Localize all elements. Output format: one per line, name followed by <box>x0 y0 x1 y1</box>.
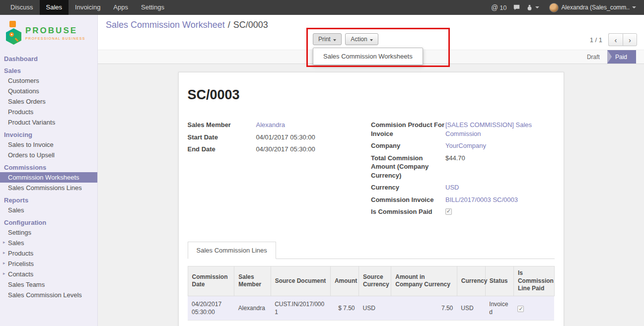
sidebar-item-label: Contacts <box>8 270 33 278</box>
currency-link[interactable]: USD <box>445 183 459 192</box>
messages-button[interactable] <box>510 0 523 15</box>
cell-source-document: CUST.IN/2017/0001 <box>271 296 330 320</box>
chevron-down-icon <box>535 6 539 8</box>
dropdown-item-sales-commission-worksheets[interactable]: Sales Commission Worksheets <box>313 50 423 63</box>
logo-cube-icon <box>9 21 16 27</box>
print-button-label: Print <box>318 36 331 43</box>
pager-count: 1 / 1 <box>590 36 602 44</box>
sidebar-heading-sales[interactable]: Sales <box>0 65 97 75</box>
sidebar-item-label: Products <box>8 250 33 257</box>
sidebar: PROBUSE PROFESSIONAL BUSINESS Dashboard … <box>0 15 98 326</box>
action-button[interactable]: Action <box>345 33 378 45</box>
tab-sales-commission-lines[interactable]: Sales Commission Lines <box>188 242 276 259</box>
field-commission-invoice: Commission Invoice BILL/2017/0003 SC/000… <box>371 196 555 204</box>
sidebar-item-products[interactable]: Products <box>0 107 97 117</box>
end-date-value: 04/30/2017 05:30:00 <box>256 145 315 154</box>
is-commission-paid-checkbox[interactable] <box>445 208 452 215</box>
control-panel: Sales Commission Worksheet/SC/0003 Print… <box>98 15 644 50</box>
table-row[interactable]: 04/20/2017 05:30:00 Alexandra INV/2017/0… <box>188 321 554 326</box>
breadcrumb-parent-link[interactable]: Sales Commission Worksheet <box>106 20 225 30</box>
notebook: Sales Commission Lines Commission Date S… <box>188 242 555 326</box>
magnifier-icon <box>9 32 14 37</box>
field-label: Total Commision Amount (Company Currency… <box>371 154 445 180</box>
top-navbar: Discuss Sales Invoicing Apps Settings @ … <box>0 0 644 15</box>
cell-source-currency: USD <box>359 296 391 320</box>
total-commission-amount-value: $44.70 <box>445 154 465 163</box>
sidebar-heading-commissions[interactable]: Commissions <box>0 162 97 172</box>
field-group-right: Commision Product For Invoice [SALES COM… <box>371 121 555 220</box>
sidebar-item-pricelists[interactable]: ▸Pricelists <box>0 259 97 269</box>
field-total-commission-amount: Total Commision Amount (Company Currency… <box>371 154 555 180</box>
status-draft[interactable]: Draft <box>579 50 607 64</box>
col-header-status[interactable]: Status <box>485 266 513 296</box>
col-header-amount-company-currency[interactable]: Amount in Company Currency <box>391 266 457 296</box>
sidebar-heading-dashboard[interactable]: Dashboard <box>0 54 97 64</box>
field-commission-product: Commision Product For Invoice [SALES COM… <box>371 121 555 138</box>
col-header-source-currency[interactable]: Source Currency <box>359 266 391 296</box>
breadcrumb-current: SC/0003 <box>233 20 268 30</box>
cell-status: Invoiced <box>485 296 513 320</box>
field-label: Currency <box>371 183 445 192</box>
field-start-date: Start Date 04/01/2017 05:30:00 <box>188 133 358 142</box>
sales-member-link[interactable]: Alexandra <box>256 121 286 130</box>
chevron-down-icon <box>333 39 336 41</box>
menu-apps[interactable]: Apps <box>107 0 135 15</box>
sidebar-item-contacts[interactable]: ▸Contacts <box>0 269 97 279</box>
menu-discuss[interactable]: Discuss <box>4 0 40 15</box>
sidebar-item-sales-commission-levels[interactable]: Sales Commission Levels <box>0 290 97 300</box>
cell-commission-date: 04/20/2017 05:30:00 <box>188 296 234 320</box>
cell-source-document: INV/2017/0004-SO008 <box>271 321 330 326</box>
user-menu[interactable]: Alexandra (Sales_comm.. <box>542 0 639 15</box>
pager-previous-button[interactable]: ‹ <box>608 33 623 46</box>
commission-lines-table: Commission Date Sales Member Source Docu… <box>188 266 555 326</box>
commission-product-link[interactable]: [SALES COMMISSION] Sales Commission <box>445 121 552 138</box>
company-link[interactable]: YourCompany <box>445 141 486 150</box>
breadcrumb: Sales Commission Worksheet/SC/0003 <box>106 20 268 30</box>
toolbar-buttons: Print Action Sales Commission Worksheets <box>313 33 380 45</box>
sidebar-heading-configuration[interactable]: Configuration <box>0 217 97 227</box>
table-row[interactable]: 04/20/2017 05:30:00 Alexandra CUST.IN/20… <box>188 296 554 320</box>
col-header-line-paid[interactable]: Is Commission Line Paid <box>513 266 554 296</box>
expand-arrow-icon: ▸ <box>3 271 5 276</box>
record-sheet: SC/0003 Sales Member Alexandra Start Dat… <box>178 72 564 326</box>
sidebar-item-sales-orders[interactable]: Sales Orders <box>0 96 97 107</box>
breadcrumb-separator: / <box>228 20 230 30</box>
sidebar-item-product-variants[interactable]: Product Variants <box>0 117 97 128</box>
logo-tagline: PROFESSIONAL BUSINESS <box>25 37 85 40</box>
menu-invoicing[interactable]: Invoicing <box>69 0 107 15</box>
menu-settings[interactable]: Settings <box>135 0 171 15</box>
record-title: SC/0003 <box>188 87 555 103</box>
col-header-source-document[interactable]: Source Document <box>271 266 330 296</box>
probuse-logo[interactable]: PROBUSE PROFESSIONAL BUSINESS <box>0 15 97 52</box>
col-header-sales-member[interactable]: Sales Member <box>234 266 271 296</box>
topbar-right-tools: @ 10 Alexandra (Sales_comm.. <box>488 0 644 15</box>
sidebar-item-quotations[interactable]: Quotations <box>0 86 97 96</box>
sidebar-item-settings[interactable]: Settings <box>0 227 97 238</box>
sidebar-item-customers[interactable]: Customers <box>0 75 97 86</box>
cell-amount-company: 18.60 <box>391 321 457 326</box>
line-paid-checkbox[interactable] <box>517 306 524 312</box>
sidebar-heading-reports[interactable]: Reports <box>0 195 97 205</box>
sidebar-heading-invoicing[interactable]: Invoicing <box>0 130 97 139</box>
commission-invoice-link[interactable]: BILL/2017/0003 SC/0003 <box>445 196 518 204</box>
pager-next-button[interactable]: › <box>623 33 637 46</box>
sidebar-item-orders-to-upsell[interactable]: Orders to Upsell <box>0 150 97 160</box>
table-header-row: Commission Date Sales Member Source Docu… <box>188 266 554 296</box>
chevron-down-icon <box>370 39 373 41</box>
sidebar-item-reports-sales[interactable]: Sales <box>0 205 97 215</box>
print-button[interactable]: Print <box>313 33 342 45</box>
mentions-button[interactable]: @ 10 <box>488 0 510 15</box>
col-header-currency[interactable]: Currency <box>457 266 485 296</box>
cell-status: Invoiced <box>485 321 513 326</box>
sidebar-item-commission-worksheets[interactable]: Commission Worksheets <box>0 172 97 183</box>
sidebar-item-config-sales[interactable]: ▸Sales <box>0 238 97 248</box>
menu-sales[interactable]: Sales <box>40 0 69 15</box>
sidebar-item-sales-teams[interactable]: Sales Teams <box>0 279 97 290</box>
debug-menu-button[interactable] <box>523 0 542 15</box>
col-header-commission-date[interactable]: Commission Date <box>188 266 234 296</box>
sidebar-item-sales-commissions-lines[interactable]: Sales Commissions Lines <box>0 183 97 193</box>
sidebar-item-config-products[interactable]: ▸Products <box>0 248 97 259</box>
magnifier-handle-icon <box>15 38 19 42</box>
col-header-amount[interactable]: Amount <box>330 266 358 296</box>
sidebar-item-sales-to-invoice[interactable]: Sales to Invoice <box>0 139 97 150</box>
